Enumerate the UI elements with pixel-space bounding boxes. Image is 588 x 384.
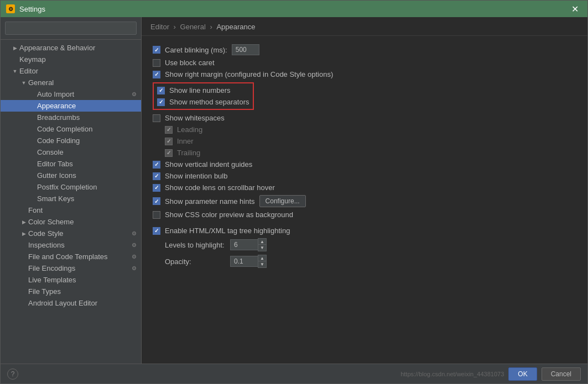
show-method-separators-checkbox[interactable] bbox=[157, 98, 165, 106]
sidebar-item-label: File Types bbox=[28, 287, 137, 296]
opacity-up-button[interactable]: ▲ bbox=[258, 255, 266, 261]
sidebar-item-file-types[interactable]: File Types bbox=[1, 286, 141, 297]
title-bar: ⚙ Settings ✕ bbox=[1, 1, 587, 17]
sidebar-item-postfix-completion[interactable]: Postfix Completion bbox=[1, 181, 141, 193]
sidebar-item-label: File Encodings bbox=[28, 264, 132, 272]
arrow-icon bbox=[29, 103, 36, 109]
show-param-hints-row: Show parameter name hints Configure... bbox=[153, 193, 576, 209]
opacity-label: Opacity: bbox=[165, 257, 226, 266]
main-content: ▶ Appearance & Behavior Keymap ▼ Editor … bbox=[1, 17, 587, 364]
show-css-color-checkbox[interactable] bbox=[153, 211, 160, 219]
inner-row: Inner bbox=[165, 135, 576, 147]
sidebar-item-label: Code Style bbox=[28, 229, 132, 238]
sidebar-item-editor[interactable]: ▼ Editor bbox=[1, 65, 141, 77]
show-method-separators-label: Show method separators bbox=[169, 98, 249, 106]
url-text: https://blog.csdn.net/weixin_44381073 bbox=[400, 371, 504, 377]
search-box bbox=[1, 17, 141, 40]
use-block-caret-checkbox[interactable] bbox=[153, 59, 160, 67]
arrow-icon: ▶ bbox=[20, 230, 27, 237]
ok-button[interactable]: OK bbox=[508, 367, 537, 381]
cancel-button[interactable]: Cancel bbox=[542, 367, 581, 381]
show-param-hints-checkbox[interactable] bbox=[153, 197, 160, 205]
leading-checkbox[interactable] bbox=[165, 126, 173, 134]
show-intention-bulb-row: Show intention bulb bbox=[153, 170, 576, 182]
show-vertical-indent-checkbox[interactable] bbox=[153, 161, 160, 169]
sidebar-item-breadcrumbs[interactable]: Breadcrumbs bbox=[1, 112, 141, 123]
sidebar-item-file-encodings[interactable]: File Encodings ⚙ bbox=[1, 262, 141, 274]
arrow-icon bbox=[20, 207, 27, 214]
arrow-icon bbox=[29, 91, 36, 98]
enable-html-xml-row: Enable HTML/XML tag tree highlighting bbox=[153, 225, 576, 236]
sidebar-item-general[interactable]: ▼ General bbox=[1, 77, 141, 88]
inner-checkbox[interactable] bbox=[165, 138, 173, 145]
levels-to-highlight-row: Levels to highlight: ▲ ▼ bbox=[165, 236, 576, 253]
opacity-row: Opacity: ▲ ▼ bbox=[165, 253, 576, 270]
sidebar-item-android-layout-editor[interactable]: Android Layout Editor bbox=[1, 297, 141, 309]
show-css-color-label: Show CSS color preview as background bbox=[165, 211, 293, 219]
sidebar-item-gutter-icons[interactable]: Gutter Icons bbox=[1, 170, 141, 181]
levels-down-button[interactable]: ▼ bbox=[258, 245, 266, 251]
arrow-icon bbox=[20, 254, 27, 260]
sidebar-item-appearance[interactable]: Appearance bbox=[1, 100, 141, 112]
sidebar-item-code-style[interactable]: ▶ Code Style ⚙ bbox=[1, 228, 141, 239]
main-panel: Editor › General › Appearance Caret blin… bbox=[142, 17, 587, 364]
show-whitespaces-row: Show whitespaces bbox=[153, 112, 576, 124]
sidebar-item-keymap[interactable]: Keymap bbox=[1, 54, 141, 65]
configure-button[interactable]: Configure... bbox=[259, 195, 306, 207]
show-code-lens-checkbox[interactable] bbox=[153, 184, 160, 192]
help-button[interactable]: ? bbox=[7, 369, 18, 380]
sidebar-item-code-completion[interactable]: Code Completion bbox=[1, 123, 141, 135]
show-line-numbers-row: Show line numbers bbox=[157, 85, 249, 96]
show-whitespaces-checkbox[interactable] bbox=[153, 114, 160, 122]
sidebar-item-label: Auto Import bbox=[37, 90, 132, 98]
sidebar-item-font[interactable]: Font bbox=[1, 204, 141, 216]
opacity-down-button[interactable]: ▼ bbox=[258, 261, 266, 267]
arrow-icon bbox=[20, 265, 27, 272]
sidebar-item-label: Editor Tabs bbox=[37, 160, 137, 168]
opacity-input[interactable] bbox=[230, 256, 258, 267]
sidebar-item-smart-keys[interactable]: Smart Keys bbox=[1, 193, 141, 204]
caret-blinking-input[interactable] bbox=[232, 44, 259, 55]
search-input[interactable] bbox=[5, 22, 137, 35]
show-intention-bulb-checkbox[interactable] bbox=[153, 172, 160, 180]
show-right-margin-checkbox[interactable] bbox=[153, 71, 160, 78]
sidebar-item-code-folding[interactable]: Code Folding bbox=[1, 135, 141, 146]
levels-spinner-btns: ▲ ▼ bbox=[258, 238, 267, 251]
leading-row: Leading bbox=[165, 124, 576, 135]
sidebar-item-appearance-behavior[interactable]: ▶ Appearance & Behavior bbox=[1, 42, 141, 54]
sidebar-item-inspections[interactable]: Inspections ⚙ bbox=[1, 239, 141, 251]
sidebar-item-color-scheme[interactable]: ▶ Color Scheme bbox=[1, 216, 141, 228]
arrow-icon bbox=[20, 288, 27, 295]
sidebar-item-label: Gutter Icons bbox=[37, 171, 137, 180]
levels-to-highlight-label: Levels to highlight: bbox=[165, 241, 226, 249]
arrow-icon bbox=[20, 242, 27, 249]
sidebar-item-label: Console bbox=[37, 148, 137, 156]
sidebar-item-label: Inspections bbox=[28, 241, 132, 249]
show-line-numbers-checkbox[interactable] bbox=[157, 87, 165, 94]
enable-html-xml-checkbox[interactable] bbox=[153, 227, 160, 235]
breadcrumb-sep2: › bbox=[210, 23, 214, 31]
highlight-box: Show line numbers Show method separators bbox=[153, 82, 254, 110]
arrow-icon bbox=[12, 56, 18, 63]
arrow-icon: ▼ bbox=[12, 68, 18, 75]
sidebar-item-label: Android Layout Editor bbox=[28, 299, 137, 307]
sidebar-item-label: General bbox=[28, 78, 137, 87]
sidebar-item-live-templates[interactable]: Live Templates bbox=[1, 274, 141, 286]
sidebar-item-file-code-templates[interactable]: File and Code Templates ⚙ bbox=[1, 251, 141, 262]
levels-up-button[interactable]: ▲ bbox=[258, 239, 266, 245]
sidebar-item-auto-import[interactable]: Auto Import ⚙ bbox=[1, 88, 141, 100]
sidebar-item-label: Editor bbox=[19, 67, 137, 75]
arrow-icon bbox=[20, 277, 27, 283]
sidebar-item-console[interactable]: Console bbox=[1, 146, 141, 158]
arrow-icon bbox=[29, 161, 36, 167]
show-line-numbers-label: Show line numbers bbox=[169, 86, 231, 94]
settings-badge: ⚙ bbox=[132, 91, 137, 97]
show-method-separators-row: Show method separators bbox=[157, 96, 249, 108]
close-button[interactable]: ✕ bbox=[568, 3, 582, 15]
caret-blinking-row: Caret blinking (ms): bbox=[153, 43, 576, 57]
caret-blinking-checkbox[interactable] bbox=[153, 46, 160, 54]
opacity-spinner-btns: ▲ ▼ bbox=[258, 255, 267, 268]
sidebar-item-editor-tabs[interactable]: Editor Tabs bbox=[1, 158, 141, 170]
levels-input[interactable] bbox=[230, 239, 258, 250]
trailing-checkbox[interactable] bbox=[165, 149, 173, 157]
